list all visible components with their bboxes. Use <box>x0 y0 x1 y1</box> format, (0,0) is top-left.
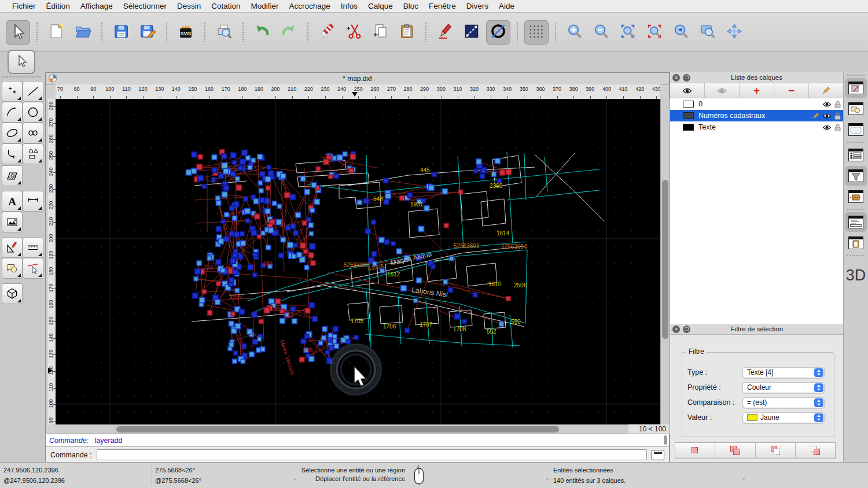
pan-button[interactable] <box>722 20 746 45</box>
line-attributes-button[interactable] <box>459 20 484 45</box>
menu-fenetre[interactable]: Fenêtre <box>424 2 461 10</box>
dock-property-editor-button[interactable] <box>845 145 867 165</box>
layer-visible-icon[interactable] <box>822 113 832 119</box>
filter-type-dropdown[interactable]: Texte [4] <box>742 367 825 378</box>
menu-modifier[interactable]: Modifier <box>245 2 284 10</box>
document-title-bar[interactable]: * map.dxf <box>46 73 669 85</box>
vertical-scrollbar-thumb[interactable] <box>662 180 668 339</box>
remove-layer-button[interactable]: − <box>774 83 809 98</box>
dock-library-browser-button[interactable] <box>845 187 867 206</box>
menu-fichier[interactable]: Fichier <box>7 2 41 10</box>
dimension-tool[interactable] <box>23 191 43 212</box>
intersect-selection-button[interactable] <box>796 443 835 459</box>
menu-affichage[interactable]: Affichage <box>75 2 118 10</box>
modify-tool[interactable] <box>2 237 23 258</box>
menu-selectionner[interactable]: Sélectionner <box>118 2 172 10</box>
polyline-tool[interactable] <box>2 143 23 164</box>
filter-value-dropdown[interactable]: Jaune <box>742 412 825 423</box>
dock-layer-list-button[interactable] <box>845 78 867 98</box>
spline-tool[interactable] <box>23 123 43 143</box>
layer-lock-icon[interactable] <box>834 124 841 131</box>
draw-pencil-button[interactable] <box>433 20 457 45</box>
print-preview-button[interactable] <box>212 20 236 45</box>
history-scrollbar-thumb[interactable] <box>664 435 667 445</box>
layer-lock-icon[interactable] <box>834 101 841 108</box>
layer-row-texte[interactable]: Texte <box>670 121 843 133</box>
select-matching-button[interactable] <box>675 443 715 459</box>
solid-3d-tool[interactable] <box>2 283 23 304</box>
svg-export-button[interactable]: SVG <box>174 20 198 45</box>
ellipse-tool[interactable] <box>2 123 23 143</box>
copy-button[interactable] <box>368 20 392 45</box>
zoom-selection-button[interactable] <box>642 20 667 45</box>
filter-comparison-dropdown[interactable]: = (est) <box>742 397 825 408</box>
zoom-out-button[interactable] <box>589 20 613 45</box>
open-file-button[interactable] <box>71 20 95 45</box>
horizontal-scrollbar-thumb[interactable] <box>116 426 559 432</box>
dock-selection-filter-button[interactable] <box>845 166 867 186</box>
menu-accrochage[interactable]: Accrochage <box>284 2 335 10</box>
image-tool[interactable] <box>2 212 23 232</box>
horizontal-scrollbar[interactable] <box>56 424 628 434</box>
dock-preview-button[interactable] <box>845 120 867 139</box>
vertical-scrollbar[interactable] <box>660 99 670 424</box>
layer-edit-icon[interactable] <box>812 112 819 120</box>
hide-all-layers-button[interactable] <box>705 83 740 98</box>
delete-button[interactable] <box>315 20 339 45</box>
layer-lock-icon[interactable] <box>834 112 841 120</box>
redo-button[interactable] <box>277 20 301 45</box>
zoom-auto-button[interactable] <box>616 20 640 45</box>
close-icon[interactable]: ✕ <box>672 326 680 333</box>
zoom-previous-button[interactable] <box>669 20 693 45</box>
show-all-layers-button[interactable] <box>670 83 705 98</box>
save-as-button[interactable] <box>135 20 160 45</box>
selection-pointer-button[interactable] <box>8 50 35 74</box>
menu-bloc[interactable]: Bloc <box>398 2 424 10</box>
menu-infos[interactable]: Infos <box>336 2 363 10</box>
filter-property-dropdown[interactable]: Couleur <box>742 382 825 393</box>
edit-layer-button[interactable] <box>809 83 843 98</box>
keyboard-toggle-button[interactable] <box>652 450 664 460</box>
dock-3d-label[interactable]: 3D <box>844 267 868 284</box>
zoom-window-button[interactable] <box>696 20 720 45</box>
layer-visible-icon[interactable] <box>822 124 832 131</box>
zoom-in-button[interactable] <box>562 20 587 45</box>
grid-toggle-button[interactable] <box>524 20 549 45</box>
points-tool[interactable] <box>2 81 23 102</box>
drawing-canvas[interactable]: 4455481931236016141612181025061705170617… <box>56 99 660 424</box>
dock-block-list-button[interactable] <box>845 99 867 119</box>
shape-tool[interactable] <box>23 143 43 164</box>
save-button[interactable] <box>109 20 133 45</box>
circle-attributes-button[interactable] <box>486 20 510 45</box>
command-input[interactable] <box>97 449 647 460</box>
layer-row-numeros-cadastraux[interactable]: Numéros cadastraux <box>670 110 843 121</box>
new-file-button[interactable] <box>44 20 68 45</box>
hatch-tool[interactable] <box>2 165 23 186</box>
add-layer-button[interactable]: + <box>740 83 774 98</box>
detach-icon[interactable]: ❐ <box>683 326 690 333</box>
layer-row-0[interactable]: 0 <box>670 98 843 110</box>
menu-dessin[interactable]: Dessin <box>172 2 206 10</box>
select-entity-tool[interactable] <box>23 258 43 279</box>
menu-aide[interactable]: Aide <box>494 2 520 10</box>
line-tool[interactable] <box>23 81 43 102</box>
paste-button[interactable] <box>395 20 419 45</box>
arc-tool[interactable] <box>2 102 23 123</box>
dock-clipboard-button[interactable] <box>845 233 867 253</box>
layer-visible-icon[interactable] <box>822 101 832 108</box>
menu-edition[interactable]: Édition <box>41 2 75 10</box>
block-tool[interactable] <box>2 258 23 279</box>
menu-divers[interactable]: Divers <box>461 2 494 10</box>
select-tool-button[interactable] <box>6 20 30 45</box>
close-icon[interactable]: ✕ <box>672 74 680 82</box>
undo-button[interactable] <box>250 20 274 45</box>
menu-cotation[interactable]: Cotation <box>206 2 245 10</box>
measure-tool[interactable] <box>23 237 43 258</box>
cut-button[interactable] <box>341 20 366 45</box>
circle-tool[interactable] <box>23 102 43 123</box>
add-to-selection-button[interactable] <box>715 443 755 459</box>
menu-calque[interactable]: Calque <box>363 2 398 10</box>
detach-icon[interactable]: ❐ <box>683 74 690 82</box>
remove-from-selection-button[interactable] <box>756 443 796 459</box>
text-tool[interactable]: A <box>2 191 23 212</box>
